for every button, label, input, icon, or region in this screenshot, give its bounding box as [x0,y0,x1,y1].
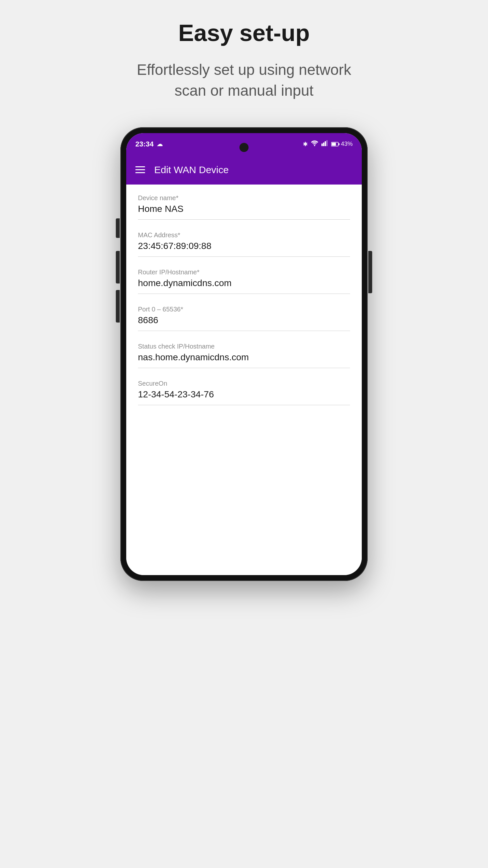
device-name-field[interactable]: Device name* Home NAS [138,194,350,220]
wifi-icon [311,140,318,148]
status-check-value: nas.home.dynamicdns.com [138,352,350,363]
router-ip-value: home.dynamicdns.com [138,278,350,288]
form-content: Device name* Home NAS MAC Address* 23:45… [126,185,362,575]
status-left: 23:34 ☁ [135,140,163,148]
mac-address-label: MAC Address* [138,231,350,239]
svg-rect-3 [325,141,326,146]
page-title: Easy set-up [178,20,310,46]
bluetooth-icon: ✱ [303,141,308,148]
volume-down-button [116,290,120,322]
hamburger-menu-button[interactable] [135,166,145,173]
status-time: 23:34 [135,140,154,148]
cloud-icon: ☁ [157,141,163,148]
hamburger-line-1 [135,166,145,167]
battery-icon: 43% [331,141,353,148]
hamburger-line-2 [135,169,145,170]
mac-address-value: 23:45:67:89:09:88 [138,241,350,251]
svg-point-0 [314,145,315,146]
status-check-label: Status check IP/Hostname [138,343,350,350]
secureon-field[interactable]: SecureOn 12-34-54-23-34-76 [138,380,350,405]
svg-rect-1 [321,144,323,146]
volume-up-button [116,251,120,283]
svg-rect-2 [323,143,324,146]
phone-screen: 23:34 ☁ ✱ [126,133,362,575]
camera-notch [239,143,249,152]
signal-icon [321,140,328,148]
app-bar-title: Edit WAN Device [154,164,229,176]
device-name-label: Device name* [138,194,350,202]
page-subtitle: Effortlessly set up using network scan o… [120,59,368,101]
mac-address-field[interactable]: MAC Address* 23:45:67:89:09:88 [138,231,350,257]
svg-rect-4 [326,140,328,146]
router-ip-field[interactable]: Router IP/Hostname* home.dynamicdns.com [138,269,350,294]
app-bar: Edit WAN Device [126,155,362,185]
port-value: 8686 [138,315,350,326]
svg-rect-6 [338,143,339,145]
power-button [368,251,372,293]
hamburger-line-3 [135,172,145,173]
device-name-value: Home NAS [138,204,350,214]
phone-frame: 23:34 ☁ ✱ [120,127,368,581]
status-check-field[interactable]: Status check IP/Hostname nas.home.dynami… [138,343,350,368]
secureon-value: 12-34-54-23-34-76 [138,389,350,400]
svg-rect-7 [331,143,336,146]
port-field[interactable]: Port 0 – 65536* 8686 [138,306,350,331]
battery-percent: 43% [341,141,353,148]
status-right: ✱ [303,140,353,148]
secureon-label: SecureOn [138,380,350,387]
port-label: Port 0 – 65536* [138,306,350,313]
router-ip-label: Router IP/Hostname* [138,269,350,276]
